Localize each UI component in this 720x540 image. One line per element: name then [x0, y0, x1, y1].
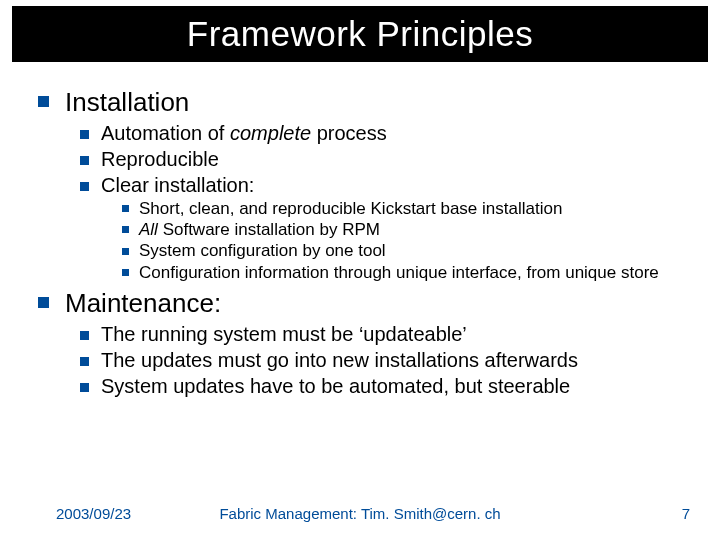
- item-text: Configuration information through unique…: [139, 263, 696, 283]
- list-item: Reproducible: [80, 147, 696, 172]
- item-text: Short, clean, and reproducible Kickstart…: [139, 199, 696, 219]
- bullet-icon: [80, 357, 89, 366]
- section-heading: Maintenance:: [38, 287, 696, 320]
- footer-page-number: 7: [682, 505, 690, 522]
- slide: Framework Principles Installation Automa…: [0, 0, 720, 540]
- sub-list-item: Short, clean, and reproducible Kickstart…: [122, 199, 696, 219]
- bullet-icon: [122, 226, 129, 233]
- item-text: The updates must go into new installatio…: [101, 348, 696, 373]
- bullet-icon: [122, 205, 129, 212]
- item-text: System configuration by one tool: [139, 241, 696, 261]
- list-item: The running system must be ‘updateable’: [80, 322, 696, 347]
- footer-date: 2003/09/23: [56, 505, 131, 522]
- sub-list-item: System configuration by one tool: [122, 241, 696, 261]
- bullet-icon: [80, 383, 89, 392]
- title-bar: Framework Principles: [12, 6, 708, 62]
- item-text: Automation of complete process: [101, 121, 696, 146]
- bullet-icon: [80, 130, 89, 139]
- item-text: All Software installation by RPM: [139, 220, 696, 240]
- heading-text: Installation: [65, 86, 696, 119]
- bullet-icon: [80, 331, 89, 340]
- sub-list-item: All Software installation by RPM: [122, 220, 696, 240]
- list-item: System updates have to be automated, but…: [80, 374, 696, 399]
- section-heading: Installation: [38, 86, 696, 119]
- bullet-icon: [122, 248, 129, 255]
- list-item: The updates must go into new installatio…: [80, 348, 696, 373]
- sub-list-item: Configuration information through unique…: [122, 263, 696, 283]
- bullet-icon: [80, 156, 89, 165]
- slide-footer: 2003/09/23 Fabric Management: Tim. Smith…: [0, 505, 720, 522]
- list-item: Clear installation:: [80, 173, 696, 198]
- item-text: System updates have to be automated, but…: [101, 374, 696, 399]
- item-text: Reproducible: [101, 147, 696, 172]
- slide-title: Framework Principles: [187, 14, 533, 54]
- item-text: The running system must be ‘updateable’: [101, 322, 696, 347]
- heading-text: Maintenance:: [65, 287, 696, 320]
- bullet-icon: [38, 297, 49, 308]
- list-item: Automation of complete process: [80, 121, 696, 146]
- item-text: Clear installation:: [101, 173, 696, 198]
- bullet-icon: [122, 269, 129, 276]
- bullet-icon: [38, 96, 49, 107]
- bullet-icon: [80, 182, 89, 191]
- slide-body: Installation Automation of complete proc…: [38, 86, 696, 400]
